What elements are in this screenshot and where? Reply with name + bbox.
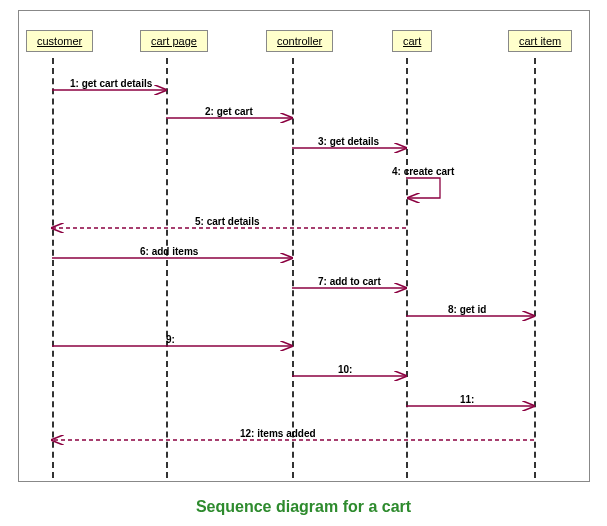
msg-3: 3: get details xyxy=(318,136,379,147)
msg-5: 5: cart details xyxy=(195,216,259,227)
msg-12: 12: items added xyxy=(240,428,316,439)
msg-2: 2: get cart xyxy=(205,106,253,117)
diagram-title: Sequence diagram for a cart xyxy=(0,498,607,516)
msg-7: 7: add to cart xyxy=(318,276,381,287)
msg-8: 8: get id xyxy=(448,304,486,315)
msg-4: 4: create cart xyxy=(392,166,454,177)
msg-11: 11: xyxy=(460,394,474,405)
msg-1: 1: get cart details xyxy=(70,78,152,89)
msg-9: 9: xyxy=(166,334,175,345)
msg-10: 10: xyxy=(338,364,352,375)
msg-6: 6: add items xyxy=(140,246,198,257)
